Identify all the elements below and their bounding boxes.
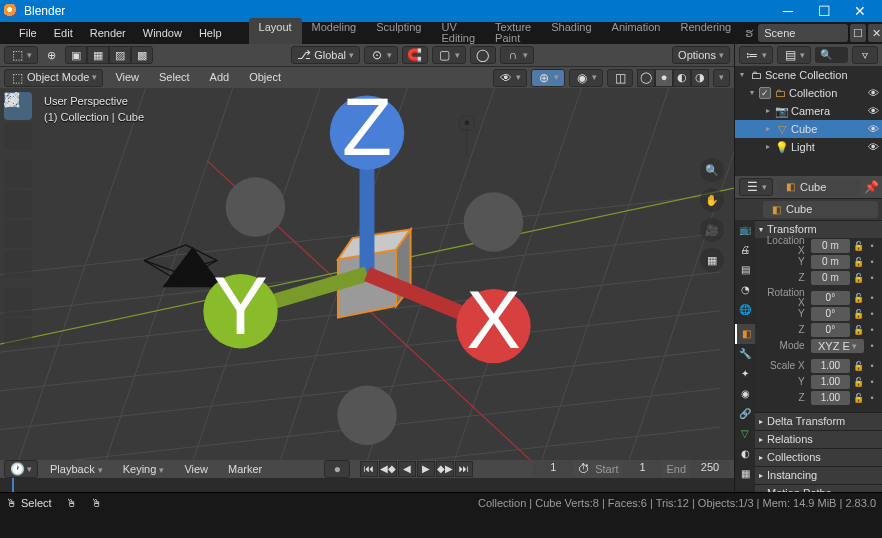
scale-y[interactable]: 1.00 bbox=[811, 375, 851, 389]
outliner-search[interactable]: 🔍 bbox=[815, 47, 848, 63]
properties-editor-selector[interactable]: ☰▾ bbox=[739, 178, 773, 196]
lock-loc-y[interactable]: 🔓 bbox=[852, 255, 864, 269]
gizmo-popover[interactable]: ⊕▾ bbox=[531, 69, 565, 87]
menu-file[interactable]: File bbox=[11, 25, 45, 42]
hide-toggle[interactable]: 👁 bbox=[866, 142, 880, 153]
lock-scale-z[interactable]: 🔓 bbox=[852, 391, 864, 405]
lock-scale-x[interactable]: 🔓 bbox=[852, 359, 864, 373]
minimize-button[interactable]: ─ bbox=[770, 0, 806, 22]
outliner-tree[interactable]: ▾🗀 Scene Collection ▾ 🗀 Collection 👁 ▸ 📷… bbox=[735, 66, 882, 176]
pivot-selector[interactable]: ⊙▾ bbox=[364, 46, 398, 64]
rotation-x[interactable]: 0° bbox=[811, 291, 851, 305]
xray-toggle[interactable]: ◫ bbox=[607, 69, 633, 87]
mode-selector[interactable]: ⬚Object Mode▾ bbox=[4, 69, 103, 87]
outliner-filter[interactable]: ▿ bbox=[852, 46, 878, 64]
ptab-output[interactable]: 🖨 bbox=[735, 240, 755, 260]
vp-menu-add[interactable]: Add bbox=[202, 69, 238, 86]
timeline-editor-selector[interactable]: 🕐▾ bbox=[4, 460, 38, 478]
lock-range-icon[interactable]: ⏱ bbox=[577, 462, 591, 476]
ptab-constraints[interactable]: 🔗 bbox=[735, 404, 755, 424]
camera-button[interactable]: 🎥 bbox=[700, 218, 724, 242]
menu-edit[interactable]: Edit bbox=[46, 25, 81, 42]
lock-rot-z[interactable]: 🔓 bbox=[852, 323, 864, 337]
location-z[interactable]: 0 m bbox=[811, 271, 851, 285]
keyframe-prev[interactable]: ◀◆ bbox=[379, 461, 397, 477]
collection-checkbox[interactable] bbox=[759, 87, 771, 99]
start-frame[interactable]: 1 bbox=[622, 461, 662, 477]
editor-type-selector[interactable]: ⬚▾ bbox=[4, 46, 38, 64]
lock-loc-x[interactable]: 🔓 bbox=[852, 239, 864, 253]
outliner-display-mode[interactable]: ▤▾ bbox=[777, 46, 811, 64]
tl-playback[interactable]: Playback ▾ bbox=[42, 461, 111, 478]
shade-rendered[interactable]: ◑ bbox=[691, 69, 709, 87]
close-button[interactable]: ✕ bbox=[842, 0, 878, 22]
lock-scale-y[interactable]: 🔓 bbox=[852, 375, 864, 389]
play-reverse[interactable]: ◀ bbox=[398, 461, 416, 477]
autokey-toggle[interactable]: ● bbox=[324, 460, 350, 478]
scale-x[interactable]: 1.00 bbox=[811, 359, 851, 373]
3d-viewport[interactable]: User Perspective (1) Collection | Cube bbox=[0, 88, 734, 460]
options-popover[interactable]: Options▾ bbox=[672, 46, 730, 64]
current-frame[interactable]: 1 bbox=[533, 461, 573, 477]
ptab-scene[interactable]: ◔ bbox=[735, 280, 755, 300]
proportional-edit[interactable]: ◯ bbox=[470, 46, 496, 64]
cursor-tool-icon[interactable]: ⊕ bbox=[42, 46, 61, 64]
outliner-item-camera[interactable]: ▸ 📷 Camera 👁 bbox=[735, 102, 882, 120]
selmode-4[interactable]: ▩ bbox=[131, 46, 153, 64]
outliner-scene-collection[interactable]: ▾🗀 Scene Collection bbox=[735, 66, 882, 84]
outliner-item-cube[interactable]: ▸ ▽ Cube 👁 bbox=[735, 120, 882, 138]
ptab-physics[interactable]: ◉ bbox=[735, 384, 755, 404]
shading-popover[interactable]: ▾ bbox=[713, 69, 730, 87]
scene-field[interactable]: Scene bbox=[758, 24, 848, 42]
visibility-popover[interactable]: 👁▾ bbox=[493, 69, 527, 87]
lock-loc-z[interactable]: 🔓 bbox=[852, 271, 864, 285]
outliner-item-light[interactable]: ▸ 💡 Light 👁 bbox=[735, 138, 882, 156]
tl-keying[interactable]: Keying ▾ bbox=[115, 461, 173, 478]
section-relations[interactable]: ▸Relations bbox=[755, 430, 882, 448]
selmode-3[interactable]: ▨ bbox=[109, 46, 131, 64]
maximize-button[interactable]: ☐ bbox=[806, 0, 842, 22]
shade-wireframe[interactable]: ◯ bbox=[637, 69, 655, 87]
timeline-track[interactable] bbox=[0, 478, 734, 492]
shade-matprev[interactable]: ◐ bbox=[673, 69, 691, 87]
orientation-selector[interactable]: ⎇Global▾ bbox=[291, 46, 360, 64]
snap-target[interactable]: ▢▾ bbox=[432, 46, 466, 64]
section-motionpaths[interactable]: ▸Motion Paths bbox=[755, 484, 882, 492]
menu-render[interactable]: Render bbox=[82, 25, 134, 42]
pin-button[interactable]: 📌 bbox=[864, 181, 878, 193]
rotation-y[interactable]: 0° bbox=[811, 307, 851, 321]
tl-view[interactable]: View bbox=[176, 461, 216, 478]
shade-solid[interactable]: ● bbox=[655, 69, 673, 87]
menu-window[interactable]: Window bbox=[135, 25, 190, 42]
ptab-object[interactable]: ◧ bbox=[735, 324, 755, 344]
hide-toggle[interactable]: 👁 bbox=[866, 124, 880, 135]
selmode-2[interactable]: ▦ bbox=[87, 46, 109, 64]
ptab-data[interactable]: ▽ bbox=[735, 424, 755, 444]
outliner-editor-selector[interactable]: ≔▾ bbox=[739, 46, 773, 64]
hide-toggle[interactable]: 👁 bbox=[866, 88, 880, 99]
hide-toggle[interactable]: 👁 bbox=[866, 106, 880, 117]
keyframe-next[interactable]: ◆▶ bbox=[436, 461, 454, 477]
scene-delete-button[interactable]: ✕ bbox=[868, 24, 882, 42]
ptab-particles[interactable]: ✦ bbox=[735, 364, 755, 384]
overlay-popover[interactable]: ◉▾ bbox=[569, 69, 603, 87]
lock-rot-x[interactable]: 🔓 bbox=[852, 291, 864, 305]
vp-menu-select[interactable]: Select bbox=[151, 69, 198, 86]
location-x[interactable]: 0 m bbox=[811, 239, 851, 253]
menu-help[interactable]: Help bbox=[191, 25, 230, 42]
scene-new-button[interactable]: ☐ bbox=[850, 24, 866, 42]
ptab-world[interactable]: 🌐 bbox=[735, 300, 755, 320]
jump-end[interactable]: ⏭ bbox=[455, 461, 473, 477]
rotation-z[interactable]: 0° bbox=[811, 323, 851, 337]
vp-menu-object[interactable]: Object bbox=[241, 69, 289, 86]
ptab-texture[interactable]: ▦ bbox=[735, 464, 755, 484]
outliner-collection[interactable]: ▾ 🗀 Collection 👁 bbox=[735, 84, 882, 102]
perspective-button[interactable]: ▦ bbox=[700, 248, 724, 272]
section-delta[interactable]: ▸Delta Transform bbox=[755, 412, 882, 430]
ptab-material[interactable]: ◐ bbox=[735, 444, 755, 464]
play[interactable]: ▶ bbox=[417, 461, 435, 477]
ptab-modifiers[interactable]: 🔧 bbox=[735, 344, 755, 364]
section-collections[interactable]: ▸Collections bbox=[755, 448, 882, 466]
selmode-1[interactable]: ▣ bbox=[65, 46, 87, 64]
pan-button[interactable]: ✋ bbox=[700, 188, 724, 212]
